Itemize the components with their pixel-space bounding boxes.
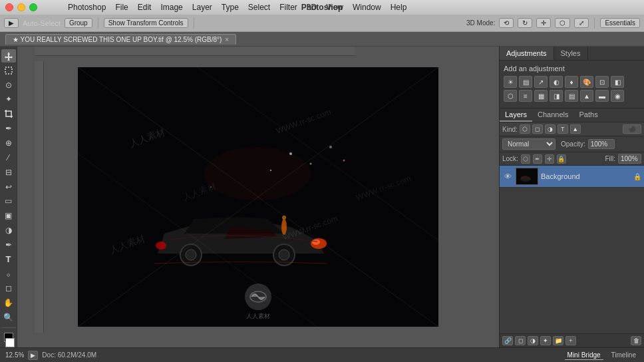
group-btn[interactable]: Group [65,18,92,28]
3d-roll-btn[interactable]: ↻ [518,18,532,28]
canvas-document[interactable]: 人人素材 WWW.rr-sc.com 人人素材 WWW.rr-sc.com 人人… [78,67,438,327]
adj-threshold[interactable]: ▲ [580,90,593,102]
tab-styles[interactable]: Styles [554,47,588,60]
menu-photoshop[interactable]: Photoshop [64,3,110,12]
timeline-tab[interactable]: Timeline [609,351,639,360]
adj-hsl[interactable]: 🎨 [580,76,593,88]
magic-wand-tool[interactable]: ✦ [1,93,16,106]
zoom-tool[interactable]: 🔍 [1,311,16,324]
menu-layer[interactable]: Layer [188,3,216,12]
menu-type[interactable]: Type [218,3,243,12]
menu-select[interactable]: Select [244,3,274,12]
adj-channel-mixer[interactable]: ≡ [519,90,532,102]
dodge-tool[interactable]: ◑ [1,224,16,237]
adj-photofilter[interactable]: ⬡ [504,90,517,102]
filter-pixel-btn[interactable]: ◻ [532,124,543,134]
menu-help[interactable]: Help [387,3,411,12]
filter-shape-btn[interactable]: ▲ [570,124,581,134]
doc-tab-close[interactable]: × [225,36,229,43]
3d-scale-btn[interactable]: ⤢ [574,18,589,28]
adj-posterize[interactable]: ▤ [565,90,578,102]
menu-file[interactable]: File [111,3,132,12]
link-layers-btn[interactable]: 🔗 [502,336,513,345]
hand-tool[interactable]: ✋ [1,296,16,309]
menu-image[interactable]: Image [156,3,186,12]
move-tool-btn[interactable]: ▶ [4,18,19,28]
path-tool[interactable]: ⬦ [1,268,16,281]
adj-bw[interactable]: ◧ [611,76,624,88]
add-mask-btn[interactable]: ◻ [515,336,526,345]
lock-transparent-btn[interactable]: ⬡ [521,154,530,164]
transform-btn[interactable]: Show Transform Controls [104,18,188,28]
3d-pan-btn[interactable]: ✛ [536,18,551,28]
delete-layer-btn[interactable]: 🗑 [631,336,641,345]
lasso-tool[interactable]: ⊙ [1,79,16,92]
3d-rotate-btn[interactable]: ⟲ [499,18,514,28]
tab-adjustments[interactable]: Adjustments [500,47,554,60]
eraser-tool[interactable]: ▭ [1,194,16,208]
canvas-area[interactable]: 人人素材 WWW.rr-sc.com 人人素材 WWW.rr-sc.com 人人… [17,47,499,347]
new-group-btn[interactable]: 📁 [553,336,564,345]
svg-point-14 [310,163,312,165]
move-tool[interactable] [1,49,16,63]
eyedropper-tool[interactable]: ✒ [1,122,16,135]
layers-tab-paths[interactable]: Paths [574,108,603,122]
adj-invert[interactable]: ◨ [550,90,563,102]
filter-type-btn[interactable]: T [558,124,568,134]
layer-styles-btn[interactable]: ✦ [540,336,551,345]
adj-levels[interactable]: ▤ [519,76,532,88]
crop-tool[interactable] [1,107,16,120]
background-color[interactable] [5,338,15,347]
new-layer-btn[interactable]: + [565,336,576,345]
adj-curves[interactable]: ↗ [534,76,548,88]
menu-edit[interactable]: Edit [134,3,156,12]
stamp-tool[interactable]: ⊟ [1,166,16,179]
adj-selective-color[interactable]: ◉ [611,90,624,102]
layer-thumbnail [516,168,538,185]
menu-window[interactable]: Window [349,3,385,12]
layer-item[interactable]: 👁 Background 🔒 [500,166,644,188]
mini-bridge-tab[interactable]: Mini Bridge [565,351,603,360]
lock-all-btn[interactable]: 🔒 [557,154,566,164]
layers-tab-layers[interactable]: Layers [500,108,532,122]
separator-3 [594,18,595,29]
menu-bar[interactable]: Photoshop File Edit Image Layer Type Sel… [64,3,410,12]
essentials-btn[interactable]: Essentials [600,18,640,28]
minimize-button[interactable] [17,3,25,11]
history-brush-tool[interactable]: ↩ [1,180,16,194]
lock-pixels-btn[interactable]: ✒ [533,154,542,164]
zoom-arrow-btn[interactable]: ▶ [28,351,38,360]
lock-position-btn[interactable]: ✛ [545,154,554,164]
menu-filter[interactable]: Filter [275,3,301,12]
brush-tool[interactable]: ∕ [1,151,16,164]
add-adjustment-layer-btn[interactable]: ◑ [528,336,538,345]
window-controls[interactable] [5,3,37,11]
adj-colorlookup[interactable]: ▦ [534,90,548,102]
layer-visibility-toggle[interactable]: 👁 [502,171,513,182]
foreground-bg-colors[interactable] [2,333,15,347]
filter-kind-btn[interactable]: ⬡ [520,124,530,134]
blend-mode-select[interactable]: Normal Multiply Screen Overlay [502,138,556,150]
fill-input[interactable] [618,154,641,164]
adj-exposure[interactable]: ◐ [550,76,563,88]
adj-vibrance[interactable]: ♦ [565,76,578,88]
adj-gradient-map[interactable]: ▬ [595,90,609,102]
canvas-wrapper[interactable]: 人人素材 WWW.rr-sc.com 人人素材 WWW.rr-sc.com 人人… [78,67,438,327]
document-tab[interactable]: ★ YOU REALLY SCREWED THIS ONE UP BOY.tif… [5,34,236,45]
close-button[interactable] [5,3,13,11]
adj-colorbal[interactable]: ⊡ [595,76,609,88]
select-tool[interactable] [1,64,16,77]
svg-point-10 [279,250,289,260]
filter-adj-btn[interactable]: ◑ [545,124,556,134]
maximize-button[interactable] [29,3,37,11]
3d-slide-btn[interactable]: ⬡ [555,18,570,28]
layers-tab-channels[interactable]: Channels [532,108,573,122]
healing-tool[interactable]: ⊕ [1,136,16,150]
filter-toggle[interactable]: ⚫ [623,124,641,134]
adj-brightness[interactable]: ☀ [504,76,517,88]
text-tool[interactable]: T [1,253,16,266]
opacity-input[interactable] [588,139,615,149]
gradient-tool[interactable]: ▣ [1,209,16,222]
shape-tool[interactable]: ◻ [1,282,16,295]
pen-tool[interactable]: ✒ [1,238,16,252]
